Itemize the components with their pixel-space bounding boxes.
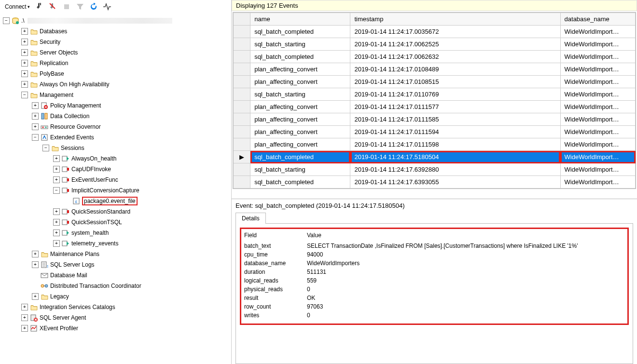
tree-node[interactable]: εpackage0.event_file — [1, 196, 230, 206]
disconnect-icon[interactable] — [47, 2, 59, 12]
expander[interactable]: + — [32, 102, 39, 109]
table-row[interactable]: plan_affecting_convert2019-01-14 11:24:1… — [234, 138, 636, 151]
expander[interactable]: + — [21, 49, 28, 56]
tree-node[interactable]: +telemetry_xevents — [1, 238, 230, 249]
detail-row[interactable]: database_nameWideWorldImporters — [244, 259, 624, 268]
expander[interactable]: + — [32, 251, 39, 257]
expander[interactable]: − — [21, 92, 28, 98]
tree-node[interactable]: +Legacy — [1, 291, 230, 302]
tree-node[interactable]: +Integration Services Catalogs — [1, 302, 230, 312]
expander[interactable]: − — [42, 145, 49, 151]
expander[interactable]: + — [32, 261, 39, 268]
table-row[interactable]: plan_affecting_convert2019-01-14 11:24:1… — [234, 113, 636, 126]
tree-node[interactable]: +Data Collection — [1, 111, 230, 121]
connect-icon[interactable] — [34, 2, 45, 12]
detail-row[interactable]: duration511131 — [244, 268, 624, 276]
expander[interactable]: + — [53, 208, 60, 215]
table-row[interactable]: sql_batch_starting2019-01-14 11:24:17.63… — [234, 163, 636, 176]
table-row[interactable]: plan_affecting_convert2019-01-14 11:24:1… — [234, 126, 636, 138]
tree-node[interactable]: +SQL Server Agent — [1, 312, 230, 323]
tree-node[interactable]: −ImplicitConversionCapture — [1, 185, 230, 196]
expander[interactable]: + — [21, 314, 28, 321]
expander[interactable]: + — [21, 39, 28, 45]
detail-row[interactable]: writes0 — [244, 311, 624, 320]
table-row[interactable]: plan_affecting_convert2019-01-14 11:24:1… — [234, 101, 636, 113]
tab-details[interactable]: Details — [235, 213, 266, 224]
expander[interactable]: + — [21, 81, 28, 88]
events-grid[interactable]: name timestamp database_name sql_batch_c… — [233, 13, 636, 189]
refresh-icon[interactable] — [88, 2, 99, 12]
tree-node[interactable]: +Server Objects — [1, 47, 230, 58]
expander[interactable]: + — [21, 325, 28, 332]
expander[interactable]: + — [21, 70, 28, 77]
filter-icon[interactable] — [74, 2, 86, 12]
col-database[interactable]: database_name — [560, 13, 635, 26]
tree-node[interactable]: +Replication — [1, 58, 230, 68]
expander[interactable]: + — [32, 293, 39, 300]
cell-timestamp: 2019-01-14 11:24:17.0108489 — [350, 63, 560, 76]
table-row[interactable]: sql_batch_starting2019-01-14 11:24:17.01… — [234, 88, 636, 101]
expander[interactable]: + — [53, 176, 60, 183]
server-label: .\ — [21, 17, 25, 24]
detail-row[interactable]: resultOK — [244, 294, 624, 302]
expander[interactable]: − — [32, 134, 39, 141]
row-header-col — [234, 13, 250, 26]
expander[interactable]: − — [53, 187, 60, 194]
col-timestamp[interactable]: timestamp — [350, 13, 560, 26]
tree-node[interactable]: +system_health — [1, 228, 230, 238]
detail-field: batch_text — [244, 243, 307, 249]
expander[interactable]: + — [21, 60, 28, 67]
col-name[interactable]: name — [250, 13, 350, 26]
expander[interactable]: + — [53, 166, 60, 173]
expander[interactable]: + — [53, 240, 60, 247]
tree-node[interactable]: +AlwaysOn_health — [1, 153, 230, 164]
tree-node[interactable]: Database Mail — [1, 270, 230, 281]
expander[interactable]: + — [32, 113, 39, 120]
expander[interactable]: + — [32, 123, 39, 130]
table-row[interactable]: sql_batch_starting2019-01-14 11:24:17.00… — [234, 38, 636, 51]
tree-node[interactable]: +QuickSessionTSQL — [1, 217, 230, 228]
cell-timestamp: 2019-01-14 11:24:17.0111598 — [350, 138, 560, 151]
tree-node[interactable]: +Policy Management — [1, 100, 230, 111]
expander[interactable]: + — [53, 229, 60, 236]
detail-row[interactable]: row_count97063 — [244, 302, 624, 311]
table-row[interactable]: ▶sql_batch_completed2019-01-14 11:24:17.… — [234, 151, 636, 163]
tree-node[interactable]: +ExEventUserFunc — [1, 175, 230, 185]
tree-node[interactable]: +Security — [1, 37, 230, 47]
table-row[interactable]: sql_batch_completed2019-01-14 11:24:17.6… — [234, 176, 636, 189]
tree-node[interactable]: +SQLSQL Server Logs — [1, 259, 230, 270]
tree-node-server[interactable]: − .\ — [1, 15, 230, 26]
detail-row[interactable]: logical_reads559 — [244, 276, 624, 285]
expander[interactable]: + — [21, 28, 28, 35]
tree-node[interactable]: +QuickSessionStandard — [1, 206, 230, 217]
tree-node[interactable]: +Always On High Availability — [1, 79, 230, 90]
detail-row[interactable]: physical_reads0 — [244, 285, 624, 294]
tree-node[interactable]: +PolyBase — [1, 68, 230, 79]
table-row[interactable]: plan_affecting_convert2019-01-14 11:24:1… — [234, 63, 636, 76]
connect-button[interactable]: Connect ▾ — [3, 2, 32, 11]
table-row[interactable]: sql_batch_completed2019-01-14 11:24:17.0… — [234, 26, 636, 38]
table-row[interactable]: sql_batch_completed2019-01-14 11:24:17.0… — [234, 51, 636, 63]
tree-node[interactable]: +CapUDFInvoke — [1, 164, 230, 175]
tree-node[interactable]: +Resource Governor — [1, 121, 230, 132]
tree-node[interactable]: −Sessions — [1, 143, 230, 153]
expander[interactable]: + — [53, 219, 60, 226]
tree-node[interactable]: +Databases — [1, 26, 230, 37]
svg-rect-1 — [40, 3, 41, 5]
tree-node[interactable]: +Maintenance Plans — [1, 249, 230, 259]
table-row[interactable]: plan_affecting_convert2019-01-14 11:24:1… — [234, 76, 636, 88]
object-explorer-tree[interactable]: − .\ +Databases+Security+Server Objects+… — [0, 13, 231, 364]
tree-node[interactable]: −Management — [1, 90, 230, 100]
expander[interactable]: − — [3, 17, 10, 24]
tree-node[interactable]: Distributed Transaction Coordinator — [1, 281, 230, 291]
stop-icon[interactable] — [61, 2, 72, 12]
detail-row[interactable]: batch_textSELECT TransactionDate ,IsFina… — [244, 242, 624, 250]
expander[interactable]: + — [21, 304, 28, 310]
tree-node[interactable]: +XEvent Profiler — [1, 323, 230, 334]
expander[interactable]: + — [53, 155, 60, 162]
server-icon — [12, 17, 19, 25]
detail-row[interactable]: cpu_time94000 — [244, 250, 624, 259]
svg-rect-15 — [62, 156, 67, 161]
activity-icon[interactable] — [101, 2, 113, 12]
tree-node[interactable]: −Extended Events — [1, 132, 230, 143]
